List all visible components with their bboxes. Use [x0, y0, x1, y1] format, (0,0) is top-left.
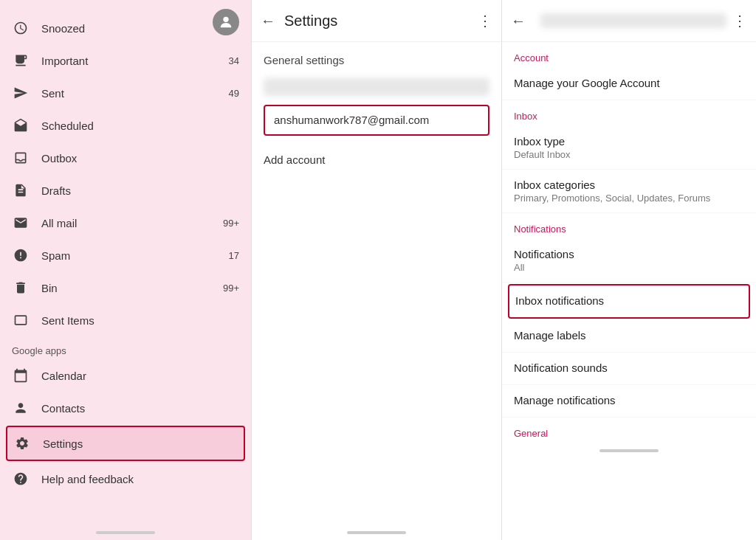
account-email: anshumanwork787@gmail.com: [274, 114, 429, 126]
clock-icon: [12, 19, 30, 37]
sidebar-item-outbox[interactable]: Outbox: [0, 142, 251, 174]
account-detail-panel: ← ⋮ Account Manage your Google Account I…: [502, 0, 756, 540]
draft-icon: [12, 181, 30, 199]
notifications-row[interactable]: Notifications All: [502, 239, 756, 283]
more-options-icon[interactable]: ⋮: [478, 12, 492, 30]
manage-notifications-row[interactable]: Manage notifications: [502, 385, 756, 418]
inbox-type-subtitle: Default Inbox: [514, 149, 744, 160]
back-button[interactable]: ←: [261, 13, 275, 30]
general-settings-label: General settings: [264, 54, 489, 66]
sidebar-item-label: Bin: [41, 282, 223, 294]
sidebar-item-label: Settings: [43, 437, 238, 450]
sidebar-badge: 49: [229, 88, 239, 99]
sidebar-item-sent[interactable]: Sent 49: [0, 77, 251, 109]
sidebar-item-label: Help and feedback: [41, 473, 239, 485]
notification-sounds-title: Notification sounds: [514, 361, 744, 374]
sidebar-item-spam[interactable]: Spam 17: [0, 239, 251, 271]
inbox-section-title: Inbox: [502, 100, 756, 126]
settings-header: ← Settings ⋮: [252, 0, 501, 42]
sidebar-item-label: Outbox: [41, 152, 239, 165]
inbox-notifications-title: Inbox notifications: [515, 294, 743, 307]
sidebar-item-label: Spam: [41, 249, 229, 262]
sidebar-item-settings[interactable]: Settings: [6, 426, 245, 461]
settings-content: General settings anshumanwork787@gmail.c…: [252, 42, 501, 525]
inbox-categories-row[interactable]: Inbox categories Primary, Promotions, So…: [502, 170, 756, 213]
sidebar-item-label: Drafts: [41, 184, 239, 197]
sidebar-item-label: Contacts: [41, 402, 239, 415]
account-back-button[interactable]: ←: [511, 13, 526, 30]
sidebar-item-label: All mail: [41, 217, 223, 229]
inbox-categories-subtitle: Primary, Promotions, Social, Updates, Fo…: [514, 193, 744, 204]
bin-icon: [12, 279, 30, 297]
manage-labels-row[interactable]: Manage labels: [502, 320, 756, 353]
sidebar-bottom-bar: [96, 531, 155, 534]
account-detail-bottom-bar: [599, 449, 659, 452]
spam-icon: [12, 246, 30, 264]
sidebar-item-label: Sent: [41, 87, 229, 100]
sidebar-badge: 99+: [223, 218, 239, 229]
settings-bottom-bar: [347, 531, 406, 534]
send-icon: [12, 84, 30, 102]
manage-google-row[interactable]: Manage your Google Account: [502, 68, 756, 100]
notifications-section-title: Notifications: [502, 213, 756, 239]
calendar-icon: [12, 367, 30, 384]
sidebar-item-bin[interactable]: Bin 99+: [0, 271, 251, 304]
google-apps-header: Google apps: [0, 336, 251, 359]
sidebar-item-calendar[interactable]: Calendar: [0, 359, 251, 392]
notifications-title: Notifications: [514, 248, 744, 260]
label-icon: [12, 52, 30, 69]
settings-icon: [13, 435, 31, 452]
scheduled-icon: [12, 117, 30, 134]
sidebar-item-scheduled[interactable]: Scheduled: [0, 109, 251, 142]
sidebar-item-important[interactable]: Important 34: [0, 44, 251, 77]
outbox-icon: [12, 149, 30, 167]
manage-google-title: Manage your Google Account: [514, 77, 744, 89]
account-section-title: Account: [502, 42, 756, 68]
inbox-type-title: Inbox type: [514, 135, 744, 148]
inbox-categories-title: Inbox categories: [514, 179, 744, 191]
account-more-icon[interactable]: ⋮: [732, 12, 747, 30]
notification-sounds-row[interactable]: Notification sounds: [502, 353, 756, 385]
account-header: ← ⋮: [502, 0, 756, 42]
blurred-account-info: [264, 78, 489, 96]
sidebar-item-contacts[interactable]: Contacts: [0, 392, 251, 424]
manage-notifications-title: Manage notifications: [514, 394, 744, 406]
add-account-link[interactable]: Add account: [264, 148, 489, 172]
inbox-notifications-row[interactable]: Inbox notifications: [508, 284, 750, 319]
notifications-subtitle: All: [514, 262, 744, 273]
account-header-blurred: [540, 13, 726, 28]
sidebar-badge: 99+: [223, 283, 239, 294]
sidebar-nav: Snoozed Important 34 Sent 49 Scheduled: [0, 12, 251, 525]
sidebar-item-snoozed[interactable]: Snoozed: [0, 12, 251, 44]
account-email-box[interactable]: anshumanwork787@gmail.com: [264, 105, 489, 136]
settings-title: Settings: [284, 13, 478, 30]
settings-panel: ← Settings ⋮ General settings anshumanwo…: [251, 0, 502, 540]
manage-labels-title: Manage labels: [514, 329, 744, 342]
sidebar-badge: 17: [229, 250, 239, 261]
sidebar-item-label: Sent Items: [41, 314, 239, 327]
sidebar-item-sentitems[interactable]: Sent Items: [0, 304, 251, 336]
svg-rect-1: [16, 316, 27, 325]
sentitems-icon: [12, 311, 30, 329]
help-icon: [12, 470, 30, 488]
sidebar-badge: 34: [229, 55, 239, 66]
sidebar-item-label: Important: [41, 55, 229, 67]
sidebar-item-label: Calendar: [41, 370, 239, 382]
sidebar-panel: Snoozed Important 34 Sent 49 Scheduled: [0, 0, 251, 540]
sidebar-item-help[interactable]: Help and feedback: [0, 463, 251, 495]
contacts-icon: [12, 399, 30, 417]
inbox-type-row[interactable]: Inbox type Default Inbox: [502, 126, 756, 170]
sidebar-item-label: Scheduled: [41, 120, 239, 132]
sidebar-item-allmail[interactable]: All mail 99+: [0, 207, 251, 239]
sidebar-item-drafts[interactable]: Drafts: [0, 174, 251, 207]
allmail-icon: [12, 214, 30, 232]
general-section-title: General: [502, 418, 756, 443]
sidebar-item-label: Snoozed: [41, 22, 239, 35]
